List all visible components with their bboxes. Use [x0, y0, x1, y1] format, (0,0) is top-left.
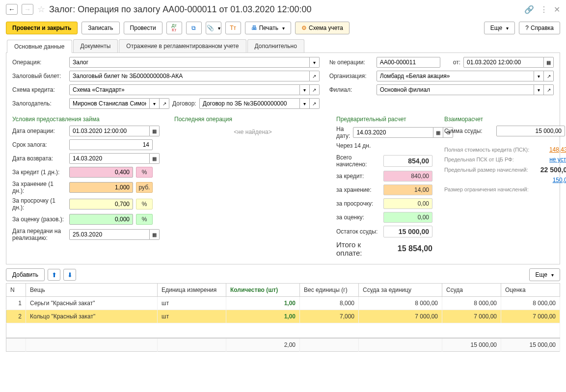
tab-extra[interactable]: Дополнительно — [247, 39, 304, 52]
tab-main[interactable]: Основные данные — [7, 40, 72, 53]
contract-label: Договор: — [172, 100, 196, 107]
table-row[interactable]: 1 Серьги "Красный закат" шт 1,00 8,000 8… — [6, 297, 560, 310]
opnum-input[interactable] — [377, 57, 440, 68]
remain-label: Остаток ссуды: — [336, 228, 380, 235]
calendar-icon[interactable]: ▦ — [150, 229, 160, 240]
col-item[interactable]: Вещь — [26, 284, 158, 297]
foroverdue-input[interactable] — [69, 199, 133, 209]
pc-overdue-value: 0,00 — [383, 198, 432, 209]
col-unit[interactable]: Единица измерения — [158, 284, 226, 297]
settlement-title: Взаиморасчет — [444, 116, 566, 123]
help-button[interactable]: ? Справка — [519, 22, 560, 34]
psk-value[interactable]: 148,433 — [549, 146, 566, 153]
pledger-input[interactable] — [69, 98, 150, 109]
operation-input[interactable] — [69, 57, 310, 68]
open-icon[interactable]: ↗ — [160, 98, 169, 109]
foreval-input[interactable] — [69, 214, 133, 225]
org-label: Организация: — [329, 73, 374, 79]
calendar-icon[interactable]: ▦ — [150, 126, 160, 136]
post-button[interactable]: Провести — [124, 22, 162, 34]
limitlink-value[interactable]: 150,00 — [553, 177, 566, 183]
tab-docs[interactable]: Документы — [73, 39, 118, 52]
ondate-input[interactable] — [353, 127, 433, 138]
open-icon[interactable]: ↗ — [544, 84, 554, 95]
col-eval[interactable]: Оценка — [501, 284, 560, 297]
dropdown-icon[interactable]: ▾ — [150, 98, 160, 109]
operation-label: Операция: — [12, 59, 66, 66]
structure-button[interactable]: ⧉ — [186, 22, 202, 34]
ticket-input[interactable] — [69, 71, 310, 81]
col-n[interactable]: N — [6, 284, 26, 297]
dropdown-icon[interactable]: ▾ — [534, 71, 544, 81]
dtkt-button[interactable]: ДтКт — [166, 22, 182, 34]
loansum-input[interactable] — [496, 126, 565, 136]
star-icon[interactable]: ☆ — [37, 4, 45, 15]
link-icon[interactable]: 🔗 — [524, 5, 534, 14]
dropdown-icon[interactable]: ▾ — [310, 57, 320, 68]
dateop-input[interactable] — [69, 126, 150, 136]
restrict-label: Размер ограничения начислений: — [444, 186, 566, 192]
print-button[interactable]: 🖶 Печать — [245, 22, 291, 34]
movedown-button[interactable]: ⬇ — [63, 269, 76, 281]
col-loan[interactable]: Ссуда — [442, 284, 501, 297]
term-input[interactable] — [69, 139, 153, 150]
save-button[interactable]: Записать — [81, 22, 119, 34]
totalpay-value: 15 854,00 — [383, 244, 432, 253]
forward-button[interactable]: → — [22, 4, 33, 15]
moveup-button[interactable]: ⬆ — [48, 269, 60, 281]
table-row[interactable]: 2 Кольцо "Красный закат" шт 1,00 7,000 7… — [6, 310, 560, 323]
attach-button[interactable]: 📎 — [206, 22, 221, 34]
add-button[interactable]: Добавить — [6, 268, 45, 281]
calendar-icon[interactable]: ▦ — [433, 127, 443, 138]
precalc-title: Предварительный расчет — [336, 116, 439, 123]
tt-button[interactable]: Тт — [225, 22, 241, 34]
not-found-text: <не найдена> — [174, 126, 331, 138]
close-icon[interactable]: ✕ — [554, 5, 560, 14]
dropdown-icon[interactable]: ▾ — [534, 84, 544, 95]
more-button[interactable]: Еще — [484, 22, 515, 34]
foreval-label: За оценку (разов.): — [12, 216, 66, 223]
loan-terms-title: Условия предоставления займа — [12, 116, 169, 123]
dropdown-icon[interactable]: ▾ — [300, 84, 310, 95]
scheme-label: Схема кредита: — [12, 86, 66, 93]
pct-unit: % — [136, 167, 153, 178]
calendar-icon[interactable]: ▦ — [544, 57, 554, 68]
col-loanunit[interactable]: Ссуда за единицу — [359, 284, 442, 297]
forstorage-input[interactable] — [69, 182, 133, 193]
ticket-label: Залоговый билет: — [12, 73, 66, 79]
scheme-button[interactable]: ⚙ Схема учета — [295, 22, 350, 34]
calendar-icon[interactable]: ▦ — [150, 153, 160, 164]
forcredit-label: За кредит (1 дн.): — [12, 169, 66, 176]
open-icon[interactable]: ↗ — [310, 71, 320, 81]
opdate-input[interactable] — [463, 57, 544, 68]
open-icon[interactable]: ↗ — [310, 98, 320, 109]
forcredit-input[interactable] — [69, 167, 133, 178]
dateop-label: Дата операции: — [12, 128, 66, 134]
dropdown-icon[interactable]: ▾ — [300, 98, 310, 109]
tab-reg[interactable]: Отражение в регламентированном учете — [119, 39, 246, 52]
col-qty[interactable]: Количество (шт) — [226, 284, 300, 297]
from-label: от: — [453, 59, 460, 66]
return-label: Дата возврата: — [12, 155, 66, 162]
return-input[interactable] — [69, 153, 150, 164]
forstorage-label: За хранение (1 дн.): — [12, 181, 66, 194]
open-icon[interactable]: ↗ — [544, 71, 554, 81]
total-accrued-label: Всего начислено: — [336, 154, 380, 168]
contract-input[interactable] — [199, 98, 300, 109]
col-weight[interactable]: Вес единицы (г) — [300, 284, 359, 297]
psk-label: Полная стоимость кредита (ПСК): — [444, 147, 546, 153]
saledate-input[interactable] — [69, 229, 150, 240]
back-button[interactable]: ← — [6, 4, 18, 15]
branch-input[interactable] — [377, 84, 534, 95]
scheme-input[interactable] — [69, 84, 300, 95]
kebab-icon[interactable]: ⋮ — [540, 5, 548, 14]
org-input[interactable] — [377, 71, 534, 81]
table-more-button[interactable]: Еще — [529, 268, 560, 281]
psklimit-label: Предельная ПСК от ЦБ РФ: — [444, 157, 546, 162]
saledate-label: Дата передачи на реализацию: — [12, 228, 66, 241]
psklimit-value[interactable]: не устано… — [549, 156, 566, 163]
pc-overdue-label: за просрочку: — [336, 200, 380, 207]
open-icon[interactable]: ↗ — [310, 84, 320, 95]
post-close-button[interactable]: Провести и закрыть — [6, 22, 78, 34]
lastop-title: Последняя операция — [174, 116, 331, 123]
